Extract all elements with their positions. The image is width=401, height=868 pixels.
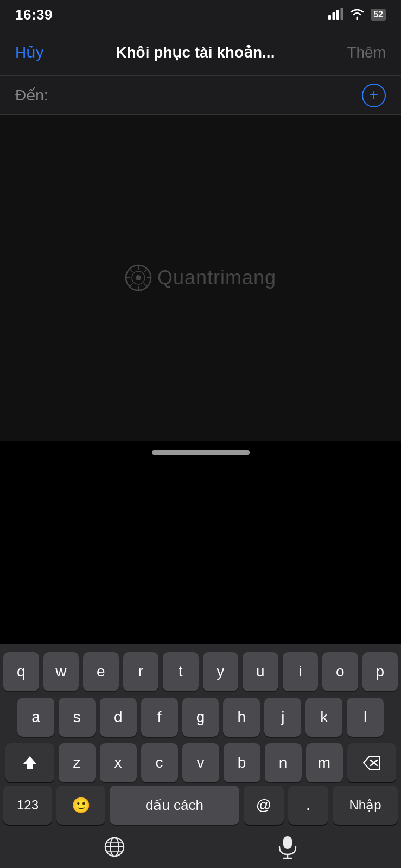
shift-key[interactable] xyxy=(5,743,54,782)
home-bar xyxy=(152,450,250,455)
svg-line-12 xyxy=(144,284,147,287)
microphone-icon[interactable] xyxy=(278,835,297,864)
key-h[interactable]: h xyxy=(223,698,260,737)
key-i[interactable]: i xyxy=(283,652,319,691)
svg-rect-22 xyxy=(283,836,292,849)
key-l[interactable]: l xyxy=(347,698,384,737)
watermark: Quantrimang xyxy=(125,264,276,291)
space-key[interactable]: dấu cách xyxy=(110,786,239,825)
keyboard-rows: q w e r t y u i o p a s d f g h j k l xyxy=(0,644,401,786)
to-field: Đến: + xyxy=(0,76,401,115)
page-title: Khôi phục tài khoản... xyxy=(116,43,275,61)
to-input[interactable] xyxy=(55,87,362,104)
watermark-text: Quantrimang xyxy=(157,266,276,289)
svg-rect-3 xyxy=(341,8,343,20)
key-n[interactable]: n xyxy=(265,743,302,782)
key-y[interactable]: y xyxy=(203,652,239,691)
key-s[interactable]: s xyxy=(59,698,96,737)
at-key[interactable]: @ xyxy=(244,786,284,825)
cancel-button[interactable]: Hủy xyxy=(15,43,43,61)
key-m[interactable]: m xyxy=(306,743,343,782)
key-p[interactable]: p xyxy=(362,652,398,691)
key-k[interactable]: k xyxy=(305,698,342,737)
key-z[interactable]: z xyxy=(59,743,96,782)
add-recipient-button[interactable]: + xyxy=(362,84,386,107)
svg-line-11 xyxy=(129,269,132,272)
plus-icon: + xyxy=(370,87,378,103)
key-j[interactable]: j xyxy=(264,698,301,737)
delete-key[interactable] xyxy=(347,743,396,782)
home-indicator xyxy=(0,441,401,464)
keyboard-bottom-row: 123 🙂 dấu cách @ . Nhập xyxy=(0,786,401,830)
globe-icon[interactable] xyxy=(104,836,125,863)
keyboard-row-2: a s d f g h j k l xyxy=(3,698,398,737)
key-w[interactable]: w xyxy=(43,652,79,691)
key-u[interactable]: u xyxy=(243,652,278,691)
svg-rect-2 xyxy=(336,10,339,20)
key-r[interactable]: r xyxy=(123,652,159,691)
keyboard-accessory-row xyxy=(0,830,401,868)
keyboard-row-1: q w e r t y u i o p xyxy=(3,652,398,691)
return-key[interactable]: Nhập xyxy=(333,786,398,825)
nav-bar: Hủy Khôi phục tài khoản... Thêm xyxy=(0,29,401,76)
svg-rect-0 xyxy=(328,15,331,20)
svg-line-13 xyxy=(144,269,147,272)
key-e[interactable]: e xyxy=(83,652,119,691)
keyboard: q w e r t y u i o p a s d f g h j k l xyxy=(0,644,401,868)
dot-key[interactable]: . xyxy=(288,786,328,825)
status-icons: 52 xyxy=(328,8,386,22)
to-label: Đến: xyxy=(15,86,48,104)
key-c[interactable]: c xyxy=(141,743,178,782)
key-f[interactable]: f xyxy=(141,698,178,737)
wifi-icon xyxy=(349,8,365,22)
status-time: 16:39 xyxy=(15,7,53,23)
key-x[interactable]: x xyxy=(100,743,137,782)
add-button[interactable]: Thêm xyxy=(347,44,386,61)
signal-icon xyxy=(328,8,343,22)
watermark-logo-icon xyxy=(125,264,152,291)
key-t[interactable]: t xyxy=(163,652,199,691)
key-d[interactable]: d xyxy=(100,698,137,737)
key-o[interactable]: o xyxy=(322,652,358,691)
battery-icon: 52 xyxy=(371,9,386,21)
keyboard-row-3: z x c v b n m xyxy=(3,743,398,782)
key-a[interactable]: a xyxy=(17,698,54,737)
svg-rect-1 xyxy=(333,12,335,20)
key-g[interactable]: g xyxy=(182,698,219,737)
numbers-key[interactable]: 123 xyxy=(3,786,52,825)
svg-line-14 xyxy=(129,284,132,287)
svg-point-6 xyxy=(136,275,141,280)
watermark-q: Q xyxy=(157,266,173,289)
status-bar: 16:39 52 xyxy=(0,0,401,29)
key-v[interactable]: v xyxy=(182,743,219,782)
main-content: Quantrimang xyxy=(0,115,401,441)
key-b[interactable]: b xyxy=(224,743,260,782)
emoji-key[interactable]: 🙂 xyxy=(56,786,105,825)
battery-level: 52 xyxy=(373,10,383,20)
key-q[interactable]: q xyxy=(3,652,39,691)
